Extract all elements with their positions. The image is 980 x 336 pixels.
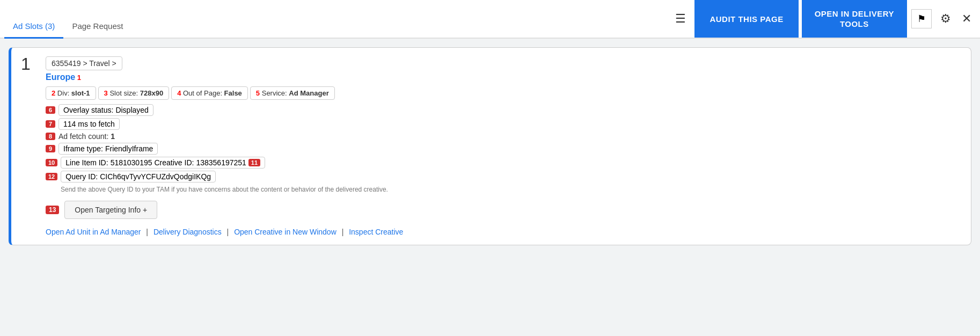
slot-number: 1 [21, 55, 31, 72]
fetch-count-text: Ad fetch count: 1 [58, 132, 115, 141]
badge-12: 12 [46, 173, 57, 180]
open-creative-new-window-link[interactable]: Open Creative in New Window [234, 228, 337, 236]
delivery-diagnostics-link[interactable]: Delivery Diagnostics [153, 228, 222, 236]
pill-oop-value: False [224, 89, 242, 97]
ids-box: Line Item ID: 5181030195 Creative ID: 13… [61, 157, 265, 169]
tabs: Ad Slots (3) Page Request [4, 0, 131, 38]
pill-service-value: Ad Manager [289, 89, 328, 97]
inspect-creative-link[interactable]: Inspect Creative [349, 228, 403, 236]
fetch-count-value: 1 [111, 132, 115, 141]
pill-slot-size: 3 Slot size: 728x90 [98, 86, 170, 100]
creative-label: Creative ID: [155, 158, 194, 167]
audit-button[interactable]: AUDIT THIS PAGE [694, 0, 798, 38]
pill-service-num: 5 [256, 89, 260, 97]
overlay-status-box: Overlay status: Displayed [58, 104, 153, 116]
badge-11: 11 [248, 159, 260, 166]
badge-6: 6 [46, 106, 55, 114]
footer-links: Open Ad Unit in Ad Manager | Delivery Di… [46, 228, 960, 236]
tab-page-request[interactable]: Page Request [63, 21, 131, 39]
gear-icon: ⚙ [940, 12, 951, 26]
query-id-label: Query ID: [65, 172, 98, 181]
iframe-label: Iframe type: [63, 144, 103, 153]
breadcrumb-box: 6355419 > Travel > [46, 56, 122, 70]
main-content: 1 6355419 > Travel > Europe 1 2 Div: slo… [0, 39, 980, 254]
close-icon: ✕ [962, 12, 971, 26]
open-delivery-tools-button[interactable]: OPEN IN DELIVERY TOOLS [802, 0, 907, 38]
tab-ad-slots[interactable]: Ad Slots (3) [4, 21, 63, 39]
slot-name-number: 1 [77, 74, 81, 82]
pill-div-num: 2 [52, 89, 55, 97]
pill-service: 5 Service: Ad Manager [250, 86, 335, 100]
detail-row-overlay: 6 Overlay status: Displayed [46, 104, 960, 116]
slot-name-link[interactable]: Europe [46, 72, 75, 82]
pill-slot-size-value: 728x90 [140, 89, 163, 97]
delivery-btn-line1: OPEN IN DELIVERY [815, 9, 894, 18]
toolbar-icons: ☰ AUDIT THIS PAGE OPEN IN DELIVERY TOOLS… [669, 0, 976, 38]
close-button[interactable]: ✕ [957, 12, 976, 26]
toolbar: Ad Slots (3) Page Request ☰ AUDIT THIS P… [0, 0, 980, 39]
pill-div: 2 Div: slot-1 [46, 86, 96, 100]
fetch-ms-value: 114 [63, 120, 76, 128]
pill-div-value: slot-1 [71, 89, 90, 97]
query-id-box: Query ID: CICh6qvTyvYCFUZdvQodgiIKQg [61, 171, 216, 182]
detail-row-fetch-count: 8 Ad fetch count: 1 [46, 132, 960, 141]
line-item-id[interactable]: 5181030195 [111, 158, 152, 167]
breadcrumb-text: 6355419 > Travel > [52, 59, 116, 68]
sep-1: | [146, 228, 148, 236]
line-item-label: Line Item ID: [65, 158, 108, 167]
badge-10: 10 [46, 159, 57, 166]
query-note: Send the above Query ID to your TAM if y… [61, 186, 960, 193]
pill-slot-size-num: 3 [104, 89, 108, 97]
pill-out-of-page: 4 Out of Page: False [171, 86, 248, 100]
badge-8: 8 [46, 133, 55, 140]
detail-row-fetch-time: 7 114 ms to fetch [46, 118, 960, 130]
feedback-icon: ⚑ [917, 13, 926, 25]
iframe-value: FriendlyIframe [105, 144, 153, 153]
info-pills: 2 Div: slot-1 3 Slot size: 728x90 4 Out … [46, 86, 960, 100]
detail-rows: 6 Overlay status: Displayed 7 114 ms to … [46, 104, 960, 193]
badge-9: 9 [46, 145, 55, 152]
pill-service-label: Service: [262, 89, 289, 97]
pill-oop-num: 4 [177, 89, 181, 97]
toolbar-spacer [131, 0, 669, 38]
pill-div-label: Div: [57, 89, 71, 97]
badge-7: 7 [46, 120, 55, 128]
detail-row-iframe: 9 Iframe type: FriendlyIframe [46, 143, 960, 155]
pill-oop-label: Out of Page: [183, 89, 224, 97]
slot-content: 6355419 > Travel > Europe 1 2 Div: slot-… [46, 56, 960, 236]
hamburger-button[interactable]: ☰ [669, 12, 692, 26]
open-ad-unit-link[interactable]: Open Ad Unit in Ad Manager [46, 228, 141, 236]
feedback-button[interactable]: ⚑ [911, 9, 932, 28]
iframe-type-box: Iframe type: FriendlyIframe [58, 143, 158, 155]
detail-row-query: 12 Query ID: CICh6qvTyvYCFUZdvQodgiIKQg [46, 171, 960, 182]
targeting-row: 13 Open Targeting Info + [46, 201, 960, 219]
pill-slot-size-label: Slot size: [109, 89, 140, 97]
sep-3: | [342, 228, 344, 236]
badge-13: 13 [46, 206, 59, 214]
ad-slot-card: 1 6355419 > Travel > Europe 1 2 Div: slo… [9, 47, 971, 245]
settings-button[interactable]: ⚙ [936, 12, 955, 26]
open-targeting-info-button[interactable]: Open Targeting Info + [64, 201, 157, 219]
creative-id[interactable]: 138356197251 [196, 158, 246, 167]
delivery-btn-line2: TOOLS [840, 19, 869, 28]
fetch-time-box: 114 ms to fetch [58, 118, 120, 130]
detail-row-ids: 10 Line Item ID: 5181030195 Creative ID:… [46, 157, 960, 169]
query-id-value: CICh6qvTyvYCFUZdvQodgiIKQg [100, 172, 211, 181]
overlay-label: Overlay status: [63, 106, 113, 114]
sep-2: | [227, 228, 229, 236]
overlay-value: Displayed [115, 106, 148, 114]
fetch-ms-label: ms to fetch [78, 120, 114, 128]
